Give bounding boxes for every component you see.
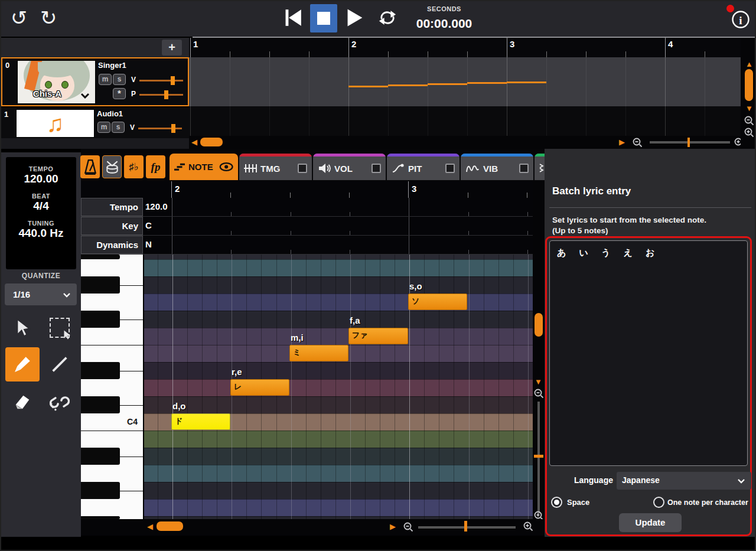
rect-select-tool-button[interactable]	[43, 311, 77, 345]
radio-one-note-per-character[interactable]	[653, 497, 664, 508]
zoom-out-icon[interactable]	[632, 137, 643, 148]
timeline-note-segment[interactable]	[348, 86, 388, 87]
tab-checkbox[interactable]	[445, 164, 455, 173]
add-track-button[interactable]: +	[162, 40, 182, 56]
piano-key-black[interactable]	[81, 255, 120, 259]
piano-key-black[interactable]	[81, 362, 120, 379]
hzoom-slider-handle[interactable]	[687, 138, 690, 147]
scroll-down-icon[interactable]: ▼	[535, 378, 542, 386]
mute-button[interactable]: m	[97, 122, 110, 133]
tab-pit[interactable]: PIT	[387, 154, 460, 180]
vscroll-thumb[interactable]	[745, 69, 753, 101]
vzoom-slider-handle[interactable]	[534, 455, 543, 458]
audio-thumbnail[interactable]: ♫	[16, 109, 94, 138]
tab-vib[interactable]: VIB	[461, 154, 533, 180]
note-selected[interactable]: ド	[171, 413, 230, 430]
language-dropdown[interactable]: Japanese	[617, 472, 751, 490]
hscroll-thumb[interactable]	[157, 521, 183, 531]
volume-slider[interactable]	[139, 80, 183, 81]
redo-icon[interactable]: ↻	[40, 7, 57, 28]
zoom-out-icon[interactable]	[533, 388, 544, 399]
lyric-textarea[interactable]: あ い う え お	[549, 240, 748, 466]
pan-slider[interactable]	[139, 94, 183, 96]
play-button[interactable]	[344, 6, 364, 30]
note[interactable]: ソ	[408, 294, 467, 310]
vscroll-thumb[interactable]	[535, 313, 543, 337]
note-lyric-label: m,i	[291, 332, 304, 343]
volume-slider[interactable]	[138, 128, 182, 129]
timeline-singer-lane[interactable]	[189, 57, 741, 106]
pianoroll-grid[interactable]: d,oドr,eレm,iミf,aファs,oソ	[144, 255, 533, 519]
timeline-note-segment[interactable]	[428, 83, 467, 85]
key-row[interactable]: Key C	[81, 217, 545, 236]
piano-keyboard[interactable]: C4	[81, 255, 144, 519]
track-row-audio[interactable]: 1 ♫ Audio1 m s V	[1, 106, 189, 138]
skip-to-start-button[interactable]	[282, 6, 304, 30]
tab-checkbox[interactable]	[298, 164, 307, 173]
pencil-tool-button[interactable]	[5, 347, 40, 382]
quantize-dropdown[interactable]: 1/16	[5, 283, 77, 305]
hzoom-slider[interactable]	[650, 141, 730, 144]
scroll-left-icon[interactable]: ◀	[147, 523, 153, 530]
solo-button[interactable]: s	[112, 122, 125, 133]
timeline-audio-lane[interactable]	[189, 106, 741, 136]
zoom-in-icon[interactable]	[744, 127, 754, 138]
timeline-note-segment[interactable]	[388, 84, 428, 86]
vzoom-slider[interactable]	[537, 402, 540, 514]
info-button[interactable]: i	[730, 9, 751, 30]
zoom-out-icon[interactable]	[744, 115, 754, 126]
cursor-tool-button[interactable]	[5, 311, 40, 345]
voice-select-chevron-icon[interactable]	[80, 93, 90, 99]
scroll-left-icon[interactable]: ◀	[191, 138, 197, 146]
drum-button[interactable]	[102, 155, 122, 178]
tab-tmg[interactable]: TMG	[239, 154, 312, 180]
mute-button[interactable]: m	[99, 74, 112, 85]
timeline-panel[interactable]: 1234 ◀ ▶	[189, 38, 741, 149]
radio-space[interactable]	[551, 497, 562, 508]
hscroll-thumb[interactable]	[200, 138, 223, 146]
timeline-note-segment[interactable]	[467, 82, 507, 84]
project-info-box[interactable]: TEMPO 120.00 BEAT 4/4 TUNING 440.0 Hz	[6, 157, 76, 269]
timeline-note-segment[interactable]	[507, 81, 546, 83]
note[interactable]: レ	[230, 379, 289, 396]
piano-key-black[interactable]	[81, 276, 120, 294]
dynamics-row[interactable]: Dynamics N	[81, 236, 545, 255]
track-row-singer[interactable]: 0 Chis-A Singer1 m s V * P	[1, 57, 189, 106]
tab-vol[interactable]: VOL	[313, 154, 386, 180]
volume-slider-thumb[interactable]	[171, 124, 175, 133]
undo-icon[interactable]: ↺	[11, 7, 28, 28]
singer-avatar[interactable]: Chis-A	[17, 60, 96, 104]
tab-note[interactable]: NOTE	[170, 154, 238, 180]
scroll-up-icon[interactable]: ▲	[745, 60, 753, 68]
timeline-ruler[interactable]: 1234	[189, 38, 741, 57]
line-tool-button[interactable]	[43, 347, 77, 382]
hzoom-slider-handle[interactable]	[464, 521, 467, 532]
metronome-button[interactable]	[80, 155, 100, 178]
zoom-in-icon[interactable]	[523, 521, 533, 532]
piano-key-black[interactable]	[81, 396, 120, 413]
scroll-right-icon[interactable]: ▶	[390, 523, 396, 530]
volume-slider-thumb[interactable]	[171, 76, 175, 85]
solo-button[interactable]: s	[113, 74, 126, 85]
dynamics-button[interactable]: fp	[146, 155, 165, 178]
zoom-out-icon[interactable]	[403, 521, 413, 532]
stop-button[interactable]	[310, 4, 337, 32]
eye-icon[interactable]	[219, 162, 233, 172]
key-signature-button[interactable]: ♯♭	[124, 155, 144, 178]
note[interactable]: ミ	[289, 345, 348, 361]
piano-key-black[interactable]	[81, 482, 120, 499]
scroll-right-icon[interactable]: ▶	[619, 138, 625, 146]
pan-slider-thumb[interactable]	[164, 90, 168, 99]
piano-key-black[interactable]	[81, 448, 120, 465]
pianoroll-ruler[interactable]: 23	[81, 181, 545, 198]
tempo-row[interactable]: Tempo 120.0	[81, 198, 545, 217]
scroll-down-icon[interactable]: ▼	[745, 105, 753, 112]
note[interactable]: ファ	[348, 328, 408, 344]
eraser-tool-button[interactable]	[5, 385, 40, 419]
pitch-star-button[interactable]: *	[113, 88, 126, 99]
update-button[interactable]: Update	[619, 513, 682, 532]
tab-checkbox[interactable]	[372, 164, 381, 173]
unlink-tool-button[interactable]	[43, 385, 77, 419]
piano-key-black[interactable]	[81, 311, 120, 328]
tab-checkbox[interactable]	[519, 164, 529, 173]
